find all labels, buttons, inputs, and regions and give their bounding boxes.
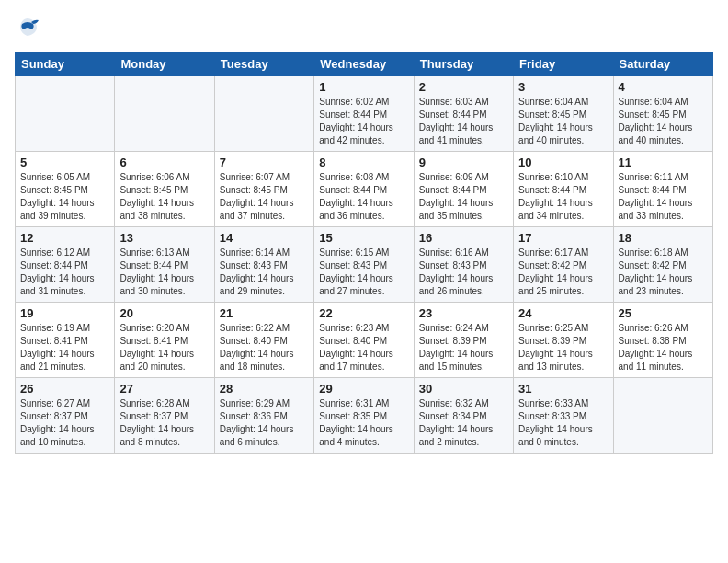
day-number: 8	[319, 155, 408, 169]
day-info: Sunrise: 6:14 AM Sunset: 8:43 PM Dayligh…	[220, 247, 309, 298]
calendar-cell: 8Sunrise: 6:08 AM Sunset: 8:44 PM Daylig…	[314, 152, 414, 227]
calendar-cell: 13Sunrise: 6:13 AM Sunset: 8:44 PM Dayli…	[115, 227, 214, 303]
calendar-cell: 23Sunrise: 6:24 AM Sunset: 8:39 PM Dayli…	[414, 303, 513, 378]
day-number: 20	[119, 306, 209, 320]
day-info: Sunrise: 6:26 AM Sunset: 8:38 PM Dayligh…	[619, 322, 708, 373]
day-number: 26	[20, 382, 109, 396]
calendar-header-row: SundayMondayTuesdayWednesdayThursdayFrid…	[16, 52, 713, 76]
weekday-header-friday: Friday	[514, 52, 613, 76]
day-number: 30	[419, 382, 508, 396]
calendar-week-row: 5Sunrise: 6:05 AM Sunset: 8:45 PM Daylig…	[16, 152, 713, 227]
day-number: 17	[518, 231, 608, 245]
calendar-week-row: 19Sunrise: 6:19 AM Sunset: 8:41 PM Dayli…	[16, 303, 713, 378]
day-info: Sunrise: 6:12 AM Sunset: 8:44 PM Dayligh…	[20, 247, 109, 298]
day-number: 9	[419, 155, 508, 169]
calendar-cell: 22Sunrise: 6:23 AM Sunset: 8:40 PM Dayli…	[314, 303, 414, 378]
calendar-cell: 28Sunrise: 6:29 AM Sunset: 8:36 PM Dayli…	[214, 378, 313, 454]
day-info: Sunrise: 6:16 AM Sunset: 8:43 PM Dayligh…	[419, 247, 508, 298]
day-number: 31	[518, 382, 608, 396]
day-info: Sunrise: 6:33 AM Sunset: 8:33 PM Dayligh…	[518, 397, 608, 449]
day-info: Sunrise: 6:25 AM Sunset: 8:39 PM Dayligh…	[518, 322, 608, 373]
day-number: 28	[220, 382, 309, 396]
calendar-cell: 11Sunrise: 6:11 AM Sunset: 8:44 PM Dayli…	[613, 152, 712, 227]
calendar-cell: 26Sunrise: 6:27 AM Sunset: 8:37 PM Dayli…	[16, 378, 115, 454]
calendar-cell: 10Sunrise: 6:10 AM Sunset: 8:44 PM Dayli…	[514, 152, 613, 227]
calendar-cell: 29Sunrise: 6:31 AM Sunset: 8:35 PM Dayli…	[314, 378, 414, 454]
calendar-cell	[613, 378, 712, 454]
calendar-cell: 1Sunrise: 6:02 AM Sunset: 8:44 PM Daylig…	[314, 76, 414, 152]
weekday-header-thursday: Thursday	[414, 52, 513, 76]
day-info: Sunrise: 6:27 AM Sunset: 8:37 PM Dayligh…	[20, 397, 109, 449]
weekday-header-monday: Monday	[115, 52, 214, 76]
day-number: 21	[220, 306, 309, 320]
calendar-cell	[115, 76, 214, 152]
day-number: 3	[518, 80, 608, 94]
weekday-header-sunday: Sunday	[16, 52, 115, 76]
day-info: Sunrise: 6:17 AM Sunset: 8:42 PM Dayligh…	[518, 247, 608, 298]
day-info: Sunrise: 6:08 AM Sunset: 8:44 PM Dayligh…	[319, 171, 408, 223]
calendar-cell: 16Sunrise: 6:16 AM Sunset: 8:43 PM Dayli…	[414, 227, 513, 303]
logo-bird-icon	[15, 15, 40, 40]
day-info: Sunrise: 6:04 AM Sunset: 8:45 PM Dayligh…	[619, 96, 708, 147]
day-info: Sunrise: 6:28 AM Sunset: 8:37 PM Dayligh…	[119, 397, 209, 449]
calendar-cell: 31Sunrise: 6:33 AM Sunset: 8:33 PM Dayli…	[514, 378, 613, 454]
calendar-cell: 7Sunrise: 6:07 AM Sunset: 8:45 PM Daylig…	[214, 152, 313, 227]
day-info: Sunrise: 6:24 AM Sunset: 8:39 PM Dayligh…	[419, 322, 508, 373]
calendar-cell: 30Sunrise: 6:32 AM Sunset: 8:34 PM Dayli…	[414, 378, 513, 454]
calendar-cell: 4Sunrise: 6:04 AM Sunset: 8:45 PM Daylig…	[613, 76, 712, 152]
day-number: 16	[419, 231, 508, 245]
day-number: 29	[319, 382, 408, 396]
weekday-header-wednesday: Wednesday	[314, 52, 414, 76]
calendar-cell: 27Sunrise: 6:28 AM Sunset: 8:37 PM Dayli…	[115, 378, 214, 454]
calendar-cell: 12Sunrise: 6:12 AM Sunset: 8:44 PM Dayli…	[16, 227, 115, 303]
day-info: Sunrise: 6:32 AM Sunset: 8:34 PM Dayligh…	[419, 397, 508, 449]
day-number: 24	[518, 306, 608, 320]
weekday-header-saturday: Saturday	[613, 52, 712, 76]
day-info: Sunrise: 6:10 AM Sunset: 8:44 PM Dayligh…	[518, 171, 608, 223]
calendar-cell: 20Sunrise: 6:20 AM Sunset: 8:41 PM Dayli…	[115, 303, 214, 378]
day-info: Sunrise: 6:19 AM Sunset: 8:41 PM Dayligh…	[20, 322, 109, 373]
day-number: 22	[319, 306, 408, 320]
calendar-week-row: 26Sunrise: 6:27 AM Sunset: 8:37 PM Dayli…	[16, 378, 713, 454]
day-info: Sunrise: 6:07 AM Sunset: 8:45 PM Dayligh…	[220, 171, 309, 223]
calendar-cell: 14Sunrise: 6:14 AM Sunset: 8:43 PM Dayli…	[214, 227, 313, 303]
day-info: Sunrise: 6:22 AM Sunset: 8:40 PM Dayligh…	[220, 322, 309, 373]
page-header	[15, 15, 713, 40]
calendar-cell: 3Sunrise: 6:04 AM Sunset: 8:45 PM Daylig…	[514, 76, 613, 152]
calendar-cell: 24Sunrise: 6:25 AM Sunset: 8:39 PM Dayli…	[514, 303, 613, 378]
day-number: 6	[119, 155, 209, 169]
logo	[15, 15, 44, 40]
day-number: 18	[619, 231, 708, 245]
calendar-cell: 9Sunrise: 6:09 AM Sunset: 8:44 PM Daylig…	[414, 152, 513, 227]
calendar-cell: 18Sunrise: 6:18 AM Sunset: 8:42 PM Dayli…	[613, 227, 712, 303]
day-number: 14	[220, 231, 309, 245]
day-info: Sunrise: 6:02 AM Sunset: 8:44 PM Dayligh…	[319, 96, 408, 147]
day-info: Sunrise: 6:13 AM Sunset: 8:44 PM Dayligh…	[119, 247, 209, 298]
day-number: 10	[518, 155, 608, 169]
day-info: Sunrise: 6:03 AM Sunset: 8:44 PM Dayligh…	[419, 96, 508, 147]
day-info: Sunrise: 6:05 AM Sunset: 8:45 PM Dayligh…	[20, 171, 109, 223]
day-number: 4	[619, 80, 708, 94]
weekday-header-tuesday: Tuesday	[214, 52, 313, 76]
calendar-cell	[16, 76, 115, 152]
calendar-cell: 17Sunrise: 6:17 AM Sunset: 8:42 PM Dayli…	[514, 227, 613, 303]
day-number: 5	[20, 155, 109, 169]
calendar-cell: 2Sunrise: 6:03 AM Sunset: 8:44 PM Daylig…	[414, 76, 513, 152]
calendar-cell: 21Sunrise: 6:22 AM Sunset: 8:40 PM Dayli…	[214, 303, 313, 378]
day-info: Sunrise: 6:31 AM Sunset: 8:35 PM Dayligh…	[319, 397, 408, 449]
day-number: 27	[119, 382, 209, 396]
calendar-cell: 5Sunrise: 6:05 AM Sunset: 8:45 PM Daylig…	[16, 152, 115, 227]
day-info: Sunrise: 6:23 AM Sunset: 8:40 PM Dayligh…	[319, 322, 408, 373]
day-number: 11	[619, 155, 708, 169]
calendar-week-row: 12Sunrise: 6:12 AM Sunset: 8:44 PM Dayli…	[16, 227, 713, 303]
day-number: 19	[20, 306, 109, 320]
day-number: 15	[319, 231, 408, 245]
day-info: Sunrise: 6:15 AM Sunset: 8:43 PM Dayligh…	[319, 247, 408, 298]
calendar-cell: 25Sunrise: 6:26 AM Sunset: 8:38 PM Dayli…	[613, 303, 712, 378]
calendar-cell: 19Sunrise: 6:19 AM Sunset: 8:41 PM Dayli…	[16, 303, 115, 378]
day-number: 23	[419, 306, 508, 320]
day-number: 13	[119, 231, 209, 245]
day-number: 2	[419, 80, 508, 94]
day-info: Sunrise: 6:18 AM Sunset: 8:42 PM Dayligh…	[619, 247, 708, 298]
day-info: Sunrise: 6:20 AM Sunset: 8:41 PM Dayligh…	[119, 322, 209, 373]
